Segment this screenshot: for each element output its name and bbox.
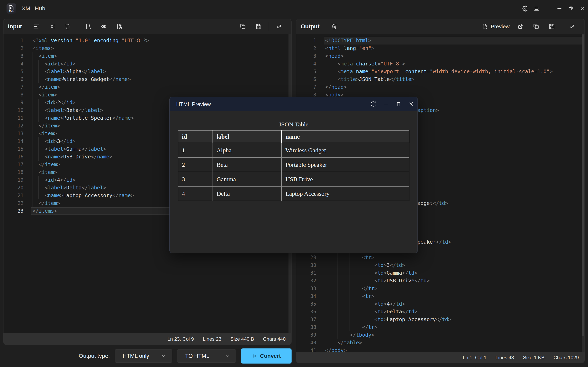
app-logo-xml-icon: XML [7,3,16,14]
code-text: <!DOCTYPE html> [324,37,585,44]
clear-output-button[interactable] [329,22,339,31]
preview-minimize-button[interactable] [380,98,392,110]
save-input-button[interactable] [254,22,263,31]
cursor-position: Ln 23, Col 9 [167,336,194,342]
code-line: 35 <td>4</td> [296,300,585,308]
code-line: 40 </table> [296,339,585,347]
preview-table-row: 4DeltaLaptop Accessory [178,186,409,201]
preview-table-cell: USB Drive [282,172,409,186]
preview-table-cell: 2 [178,157,213,172]
minify-button[interactable] [47,22,57,31]
conversion-direction-select[interactable]: TO HTML [177,349,236,363]
minimize-button[interactable] [554,2,565,15]
code-line: 6 <name>Wireless Gadget</name> [3,75,291,83]
expand-output-button[interactable] [568,22,577,31]
titlebar: XML XML Hub [0,0,588,17]
line-number: 15 [3,145,31,153]
display-mode-button[interactable] [531,2,542,15]
line-number: 10 [3,106,31,114]
input-toolbar: Input [3,19,291,34]
open-file-button[interactable] [114,22,124,31]
byte-size: Size 440 B [230,336,254,342]
cursor-position: Ln 1, Col 1 [463,355,486,360]
format-button[interactable] [32,22,41,31]
code-line: 31 <td>Gamma</td> [296,269,585,277]
code-line: 5 <meta name="viewport" content="width=d… [296,68,585,75]
code-line: 38 </tr> [296,323,585,331]
code-text: <id>1</id> [31,60,291,68]
preview-table-row: 3GammaUSB Drive [178,172,409,186]
output-scrollbar[interactable] [582,34,585,352]
line-number: 13 [3,130,31,137]
settings-button[interactable] [519,2,531,15]
window-controls [519,0,588,17]
share-button[interactable] [516,22,525,31]
code-text: </body> [324,347,585,352]
line-count: Lines 23 [203,336,221,342]
code-line: 5 <label>Alpha</label> [3,68,291,75]
preview-table-cell: Portable Speaker [282,157,409,172]
code-line: 36 <td>Delta</td> [296,308,585,316]
toolbar-divider [78,22,78,31]
code-line: 2<items> [3,44,291,52]
line-number: 29 [296,254,324,261]
copy-output-button[interactable] [531,22,541,31]
preview-maximize-button[interactable] [392,98,405,110]
code-line: 29 <tr> [296,254,585,261]
line-number: 19 [3,176,31,184]
output-status-bar: Ln 1, Col 1 Lines 43 Size 1 KB Chars 102… [296,352,585,363]
sample-library-button[interactable] [84,22,93,31]
preview-table-head: idlabelname [178,130,409,143]
line-number: 7 [3,83,31,91]
code-text: <td>Delta</td> [324,308,585,316]
convert-button[interactable]: Convert [241,349,292,364]
code-text: </item> [31,83,291,91]
input-status-bar: Ln 23, Col 9 Lines 23 Size 440 B Chars 4… [3,333,291,345]
output-scrollbar-thumb[interactable] [582,34,584,336]
preview-table-cell: Beta [213,157,282,172]
load-url-button[interactable] [99,22,108,31]
line-number: 2 [3,44,31,52]
line-number: 37 [296,316,324,323]
conversion-controls: Output type: HTML only TO HTML Convert [3,345,292,367]
output-type-select[interactable]: HTML only [115,349,172,363]
line-number: 12 [3,122,31,130]
toolbar-divider [269,22,269,31]
code-text: <td>USB Drive</td> [324,277,585,285]
line-number: 1 [3,37,31,44]
byte-size: Size 1 KB [523,355,545,360]
refresh-button[interactable] [367,98,380,110]
code-text: <td>3</td> [324,261,585,269]
preview-table-row: 1AlphaWireless Gadget [178,143,409,157]
code-text: <td>Laptop Accessory</td> [324,316,585,323]
app-window: XML XML Hub [0,0,588,367]
preview-table-cell: 3 [178,172,213,186]
preview-table-header-cell: id [178,130,213,143]
line-number: 3 [296,52,324,60]
code-line: 1<!DOCTYPE html> [296,37,585,44]
line-number: 35 [296,300,324,308]
line-number: 20 [3,184,31,192]
preview-button[interactable]: Preview [481,23,510,30]
expand-input-button[interactable] [274,22,284,31]
code-text: <td>Gamma</td> [324,269,585,277]
save-output-button[interactable] [547,22,556,31]
line-number: 4 [296,60,324,68]
line-number: 32 [296,277,324,285]
code-line: 3 <item> [3,52,291,60]
line-number: 4 [3,60,31,68]
clear-input-button[interactable] [63,22,72,31]
restore-button[interactable] [565,2,577,15]
output-type-value: HTML only [123,353,149,359]
line-number: 7 [296,83,324,91]
preview-table-cell: Delta [213,186,282,201]
line-number: 21 [3,192,31,200]
code-text: <item> [31,52,291,60]
copy-input-button[interactable] [238,22,248,31]
preview-close-button[interactable] [405,98,417,110]
preview-table-row: 2BetaPortable Speaker [178,157,409,172]
close-button[interactable] [577,2,588,15]
char-count: Chars 440 [263,336,286,342]
line-number: 6 [3,75,31,83]
code-line: 3<head> [296,52,585,60]
